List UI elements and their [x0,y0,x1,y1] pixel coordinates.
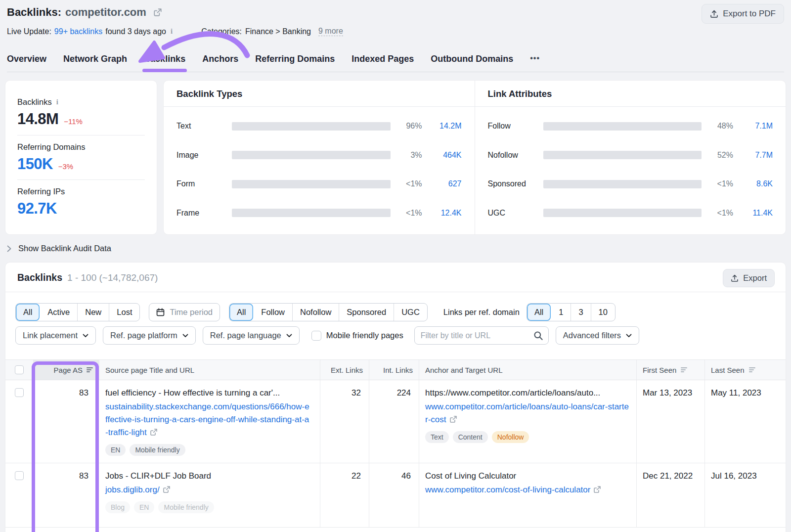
row-checkbox[interactable] [15,471,24,480]
live-update-suffix: found 3 days ago [105,27,166,36]
time-period-button[interactable]: Time period [149,303,220,321]
bar-track [232,209,391,217]
referring-domains-value[interactable]: 150K [17,155,53,173]
link-type-badge: Text [425,431,449,443]
info-icon[interactable]: i [171,27,173,36]
column-header-first-seen[interactable]: First Seen [636,360,704,380]
column-header-last-seen[interactable]: Last Seen [704,360,786,380]
attr-sponsored[interactable]: Sponsored [339,304,394,321]
nav-tabs: Overview Network Graph Backlinks Anchors… [7,54,784,72]
attr-all[interactable]: All [229,304,253,321]
lpd-10[interactable]: 10 [591,304,615,321]
page-as-value: 83 [33,380,99,463]
summary-and-charts: Backlinks i 14.8M −11% Referring Domains… [5,80,786,235]
column-header-int-links[interactable]: Int. Links [369,360,419,380]
stat-backlinks: Backlinks i 14.8M −11% [17,90,145,135]
more-tabs-icon[interactable]: ••• [530,54,540,72]
external-link-icon [150,428,158,436]
export-button[interactable]: Export [723,269,775,287]
platform-badge: Blog [105,501,130,513]
tab-referring-domains[interactable]: Referring Domains [255,54,335,72]
scope-all[interactable]: All [16,304,40,321]
lpd-3[interactable]: 3 [571,304,590,321]
attr-ugc[interactable]: UGC [394,304,427,321]
placement-badge: Content [453,431,488,443]
target-url[interactable]: www.competitor.com/article/loans/auto-lo… [425,400,630,426]
categories-label: Categories: [201,27,242,36]
int-links-value: 224 [369,380,419,463]
select-all-checkbox[interactable] [15,365,24,374]
mobile-friendly-checkbox[interactable] [311,331,321,341]
chevron-down-icon [626,334,632,338]
lpd-1[interactable]: 1 [551,304,571,321]
referring-ips-value[interactable]: 92.7K [17,200,57,218]
tab-overview[interactable]: Overview [7,54,46,72]
page-title-prefix: Backlinks: [7,6,61,19]
export-to-pdf-button[interactable]: Export to PDF [702,4,784,24]
bar-track [232,151,391,159]
attr-nofollow[interactable]: Nofollow [292,304,339,321]
table-row: 83 fuel efficiency - How effective is tu… [5,380,786,463]
info-icon[interactable]: i [56,98,58,106]
tab-outbound-domains[interactable]: Outbound Domains [431,54,513,72]
tab-network-graph[interactable]: Network Graph [63,54,127,72]
stat-referring-domains: Referring Domains 150K −3% [17,135,145,180]
backlinks-analytics-page: Backlinks: competitor.com Export to PDF [0,0,791,532]
tab-backlinks[interactable]: Backlinks [144,54,185,72]
search-input[interactable] [414,326,549,345]
int-links-value: 46 [369,463,419,527]
link-placement-dropdown[interactable]: Link placement [15,326,96,345]
show-backlink-audit-toggle[interactable]: Show Backlink Audit Data [7,244,784,253]
sort-icon [749,367,756,373]
column-header-page-as[interactable]: Page AS [33,360,99,380]
topbar: Backlinks: competitor.com Export to PDF [0,0,791,72]
nofollow-badge: Nofollow [492,431,529,443]
last-seen-date: May 11, 2023 [711,388,761,398]
sort-icon [681,367,688,373]
lpd-all[interactable]: All [527,304,551,321]
tab-anchors[interactable]: Anchors [202,54,238,72]
stat-referring-ips: Referring IPs 92.7K [17,179,145,224]
scope-new[interactable]: New [77,304,109,321]
source-page-url[interactable]: jobs.diglib.org/ [105,484,311,496]
bar-track [543,180,702,188]
backlinks-table: Page AS Source page Title and URL Ext. L… [5,359,786,528]
backlink-types-title: Backlink Types [164,81,475,107]
tab-indexed-pages[interactable]: Indexed Pages [352,54,414,72]
scope-active[interactable]: Active [40,304,77,321]
column-header-ext-links[interactable]: Ext. Links [320,360,369,380]
sort-icon [87,367,93,373]
link-attributes-title: Link Attributes [475,81,786,107]
meta-row: Live Update: 99+ backlinks found 3 days … [7,27,784,36]
advanced-filters-dropdown[interactable]: Advanced filters [556,326,639,345]
chevron-down-icon [286,334,292,338]
scope-lost[interactable]: Lost [109,304,139,321]
ref-page-platform-dropdown[interactable]: Ref. page platform [103,326,196,345]
categories-value: Finance > Banking [245,27,311,36]
attr-follow[interactable]: Follow [253,304,292,321]
external-link-icon[interactable] [153,8,162,17]
last-seen-date: Jul 16, 2023 [711,471,757,481]
bar-row-sponsored: Sponsored <1% 8.6K [488,179,773,188]
page-title-domain: competitor.com [65,6,146,19]
live-update-link[interactable]: 99+ backlinks [54,27,102,36]
source-page-url[interactable]: sustainability.stackexchange.com/questio… [105,400,311,439]
link-attributes-panel: Link Attributes Follow 48% 7.1M Nofollow… [475,81,786,234]
page-title: Backlinks: competitor.com [7,6,162,19]
column-header-anchor[interactable]: Anchor and Target URL [419,360,636,380]
bar-row-follow: Follow 48% 7.1M [488,122,773,131]
search-icon[interactable] [533,330,543,341]
backlink-types-panel: Backlink Types Text 96% 14.2M Image 3% 4… [164,81,475,234]
column-header-source[interactable]: Source page Title and URL [99,360,320,380]
summary-card: Backlinks i 14.8M −11% Referring Domains… [5,80,157,235]
source-page-title: fuel efficiency - How effective is turni… [105,388,313,398]
target-url[interactable]: www.competitor.com/cost-of-living-calcul… [425,484,630,496]
categories-more-link[interactable]: 9 more [318,27,343,36]
attributes-filter: All Follow Nofollow Sponsored UGC [229,303,428,321]
ref-page-language-dropdown[interactable]: Ref. page language [203,326,300,345]
row-checkbox[interactable] [15,388,24,397]
bar-row-frame: Frame <1% 12.4K [176,209,462,218]
filters: All Active New Lost Time period All Foll… [5,292,786,359]
external-link-icon [163,486,171,493]
first-seen-date: Mar 13, 2023 [643,388,692,398]
